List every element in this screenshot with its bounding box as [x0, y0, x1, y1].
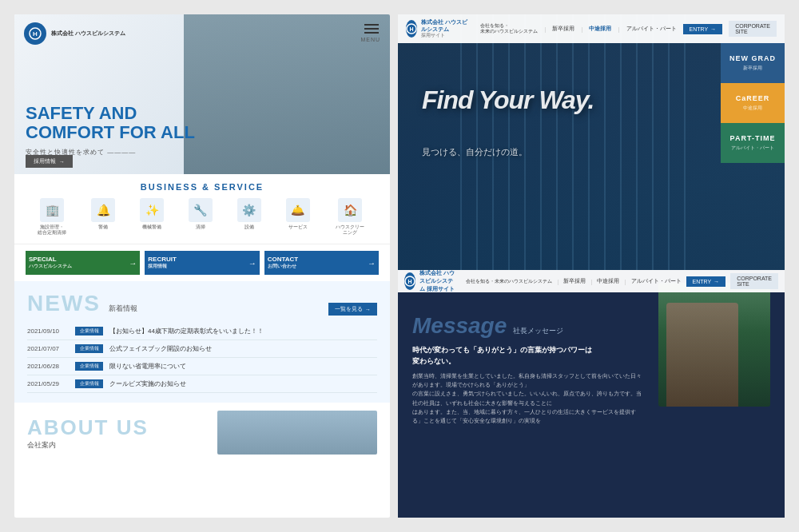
left-services: BUSINESS & SERVICE 🏢 施設管理・総合定期清掃 🔔 警備 ✨ …: [14, 174, 390, 244]
hero-tagline: Find Your Way.: [422, 86, 594, 114]
left-logo-text: 株式会社 ハウスビルシステム: [51, 30, 125, 37]
news-title: NEWS: [27, 291, 101, 316]
service-service[interactable]: 🛎️ サービス: [286, 198, 310, 236]
left-logo-area: H 株式会社 ハウスビルシステム: [24, 22, 125, 45]
left-news: NEWS 新着情報 一覧を見る → 2021/09/10 企業情報 【お知らせ】…: [14, 281, 390, 403]
news-title-row: 新着情報: [109, 304, 137, 314]
svg-text:H: H: [33, 30, 38, 38]
about-building-image: [217, 411, 377, 455]
side-btn-newgrad[interactable]: NEW GRAD 新卒採用: [721, 43, 785, 83]
right-panel: H 株式会社 ハウスビルシステム 採用サイト 会社を知る・未来のハウスビルシステ…: [398, 14, 785, 518]
service-house-clean[interactable]: 🏠 ハウスクリーニング: [334, 198, 366, 236]
svg-text:H: H: [407, 279, 411, 284]
second-nav-logo: H 株式会社 ハウスビルシステム 採用サイト: [404, 270, 455, 293]
second-corporate-btn[interactable]: CORPORATE SITE: [730, 273, 778, 289]
news-item-2[interactable]: 2021/07/07 企業情報 公式フェイスブック開設のお知らせ: [27, 340, 377, 358]
left-cta-bar: SPECIAL ハウスビルシステム → RECRUIT 採用情報 → CONTA…: [14, 244, 390, 281]
hero-building-bg: [184, 14, 391, 174]
news-item-4[interactable]: 2021/05/29 企業情報 クールビズ実施のお知らせ: [27, 375, 377, 393]
left-hero: H 株式会社 ハウスビルシステム MENU SAFETY and COMFORT…: [14, 14, 390, 174]
special-btn[interactable]: SPECIAL ハウスビルシステム →: [26, 251, 140, 275]
contact-btn[interactable]: CONTACT お問い合わせ →: [264, 251, 379, 275]
news-header: NEWS 新着情報 一覧を見る →: [27, 291, 377, 316]
about-title-en: ABOUT US: [27, 415, 149, 440]
news-more-btn[interactable]: 一覧を見る →: [328, 303, 377, 316]
second-nav-link-newgrad[interactable]: 新卒採用: [563, 277, 586, 285]
service-facilities[interactable]: 🏢 施設管理・総合定期清掃: [38, 198, 66, 236]
left-panel: H 株式会社 ハウスビルシステム MENU SAFETY and COMFORT…: [14, 14, 390, 518]
message-subtitle: 時代が変わっても「ありがとう」の言葉が持つパワーは変わらない。: [412, 345, 646, 367]
message-body: 創業当時、清掃業を生業としていました。私自身も清掃スタッフとして前を向いていた日…: [412, 371, 646, 425]
right-hero: H 株式会社 ハウスビルシステム 採用サイト 会社を知る・未来のハウスビルシステ…: [398, 14, 785, 270]
left-menu-label: MENU: [360, 37, 380, 42]
service-guard[interactable]: 🔔 警備: [91, 198, 115, 236]
message-photo: [658, 283, 770, 407]
right-logo-text: 株式会社 ハウスビルシステム 採用サイト: [421, 18, 467, 39]
services-icons: 🏢 施設管理・総合定期清掃 🔔 警備 ✨ 機械警備 🔧 清掃 ⚙️ 設備 🛎️: [26, 198, 379, 236]
right-side-btns: NEW GRAD 新卒採用 CaREER 中途採用 PART-TIME アルバイ…: [721, 43, 785, 163]
service-machine-guard[interactable]: ✨ 機械警備: [140, 198, 164, 236]
right-top-nav: H 株式会社 ハウスビルシステム 採用サイト 会社を知る・未来のハウスビルシステ…: [398, 14, 785, 43]
second-entry-btn[interactable]: ENTRY →: [686, 276, 726, 287]
about-title-jp: 会社案内: [27, 440, 149, 451]
right-corporate-btn[interactable]: CORPORATE SITE: [729, 21, 777, 37]
guard-icon: 🔔: [91, 198, 115, 222]
left-hero-title: SAFETY and COMFORT for ALL: [26, 104, 195, 142]
right-second-nav: H 株式会社 ハウスビルシステム 採用サイト 会社を知る・未来のハウスビルシステ…: [398, 270, 785, 292]
hero-tagline-jp: 見つける、自分だけの道。: [422, 146, 527, 158]
right-entry-btn[interactable]: ENTRY →: [683, 24, 723, 34]
service-icon: 🛎️: [286, 198, 310, 222]
nav-link-newgrad[interactable]: 新卒採用: [552, 25, 574, 33]
right-logo-circle: H: [406, 20, 417, 38]
right-logo-area: H 株式会社 ハウスビルシステム 採用サイト: [406, 18, 467, 39]
message-text-area: Message 社長メッセージ 時代が変わっても「ありがとう」の言葉が持つパワー…: [412, 308, 646, 505]
left-about: ABOUT US 会社案内: [14, 403, 390, 463]
second-nav-link-parttime[interactable]: アルバイト・パート: [631, 277, 682, 285]
second-nav-link-career[interactable]: 中途採用: [597, 277, 619, 285]
nav-link-career[interactable]: 中途採用: [589, 25, 611, 33]
side-btn-parttime[interactable]: PART-TIME アルバイト・パート: [721, 123, 785, 163]
equipment-icon: ⚙️: [237, 198, 261, 222]
second-logo-circle: H: [404, 272, 415, 290]
machine-guard-icon: ✨: [140, 198, 164, 222]
news-item-3[interactable]: 2021/06/28 企業情報 限りない省電用率について: [27, 358, 377, 375]
right-message-content: H 株式会社 ハウスビルシステム 採用サイト 会社を知る・未来のハウスビルシステ…: [398, 270, 785, 518]
second-nav-link-company[interactable]: 会社を知る・未来のハウスビルシステム: [466, 278, 552, 285]
right-building-lines: [446, 14, 686, 270]
about-title-area: ABOUT US 会社案内: [27, 415, 149, 451]
right-bottom: H 株式会社 ハウスビルシステム 採用サイト 会社を知る・未来のハウスビルシステ…: [398, 270, 785, 518]
clean-icon: 🔧: [189, 198, 213, 222]
left-logo-icon: H: [24, 22, 46, 45]
house-clean-icon: 🏠: [338, 198, 362, 222]
service-equipment[interactable]: ⚙️ 設備: [237, 198, 261, 236]
recruit-btn[interactable]: RECRUIT 採用情報 →: [145, 251, 259, 275]
left-menu-icon[interactable]: [364, 24, 379, 34]
services-title: BUSINESS & SERVICE: [26, 182, 379, 192]
left-info-btn[interactable]: 採用情報 →: [26, 155, 73, 168]
message-photo-person: [666, 303, 738, 407]
nav-link-parttime[interactable]: アルバイト・パート: [626, 25, 677, 33]
service-clean[interactable]: 🔧 清掃: [189, 198, 213, 236]
message-title-en: Message: [412, 315, 507, 337]
nav-link-company[interactable]: 会社を知る・未来のハウスビルシステム: [480, 23, 538, 34]
side-btn-career[interactable]: CaREER 中途採用: [721, 83, 785, 123]
svg-text:H: H: [409, 26, 413, 32]
facilities-icon: 🏢: [40, 198, 64, 222]
news-item-1[interactable]: 2021/09/10 企業情報 【お知らせ】44歳下期の定期表彰式をいいました！…: [27, 323, 377, 340]
message-title-jp: 社長メッセージ: [513, 326, 563, 336]
